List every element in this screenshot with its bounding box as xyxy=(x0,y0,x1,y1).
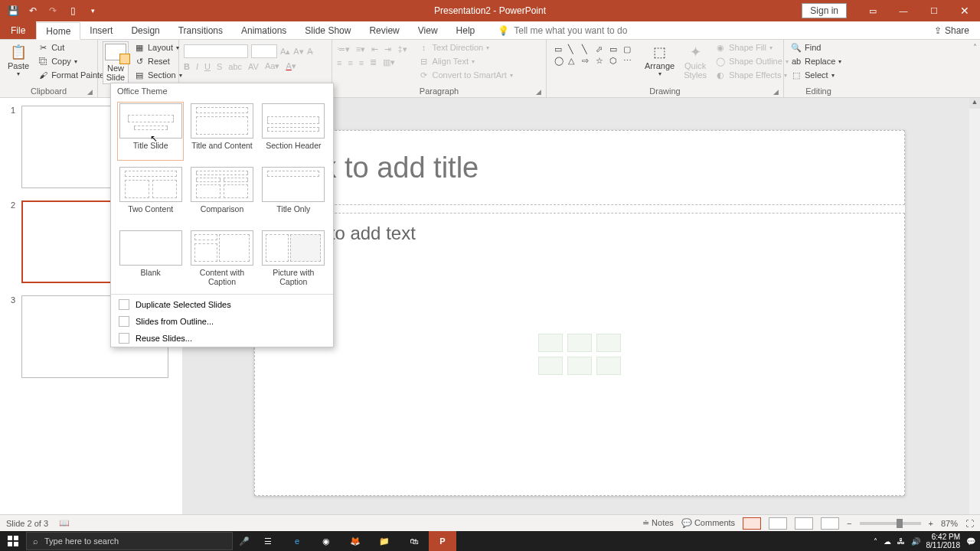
paste-button[interactable]: 📋 Paste ▾ xyxy=(5,41,32,79)
shape-outline-button[interactable]: ◯Shape Outline ▾ xyxy=(713,55,791,67)
sign-in-button[interactable]: Sign in xyxy=(802,3,847,18)
tab-file[interactable]: File xyxy=(0,21,36,39)
layout-picture-caption[interactable]: Picture with Caption xyxy=(260,229,327,288)
undo-icon[interactable]: ↶ xyxy=(28,5,38,16)
underline-button[interactable]: U xyxy=(204,62,211,71)
layout-blank[interactable]: Blank xyxy=(117,229,184,288)
layout-title-slide[interactable]: Title Slide xyxy=(117,102,184,161)
title-placeholder[interactable]: Click to add title xyxy=(254,130,905,205)
decrease-font-icon[interactable]: A▾ xyxy=(293,47,303,57)
insert-chart-icon[interactable] xyxy=(567,334,592,352)
text-direction-button[interactable]: ↕Text Direction ▾ xyxy=(416,41,515,54)
clear-formatting-icon[interactable]: A̶ xyxy=(307,47,313,57)
increase-font-icon[interactable]: A▴ xyxy=(280,47,290,57)
shape-gallery[interactable]: ▭╲╲⬀▭▢ ◯△⇨☆⬡⋯ xyxy=(551,41,639,69)
shape-fill-button[interactable]: ◉Shape Fill ▾ xyxy=(713,41,791,54)
taskbar-clock[interactable]: 6:42 PM 8/11/2018 xyxy=(926,533,961,549)
slide-sorter-view-button[interactable] xyxy=(769,517,787,530)
reuse-slides-button[interactable]: Reuse Slides... xyxy=(111,330,333,347)
volume-icon[interactable]: 🔊 xyxy=(911,537,920,546)
file-explorer-icon[interactable]: 📁 xyxy=(371,531,398,551)
bold-button[interactable]: B xyxy=(184,62,190,71)
edge-icon[interactable]: e xyxy=(283,531,311,551)
close-button[interactable]: ✕ xyxy=(949,0,980,21)
font-name-input[interactable] xyxy=(184,44,248,58)
layout-two-content[interactable]: Two Content xyxy=(117,165,184,224)
zoom-in-button[interactable]: + xyxy=(929,519,933,528)
zoom-out-button[interactable]: − xyxy=(847,519,851,528)
redo-icon[interactable]: ↷ xyxy=(47,5,58,16)
slideshow-view-button[interactable] xyxy=(821,517,839,530)
align-left-icon[interactable]: ≡ xyxy=(337,58,341,67)
share-button[interactable]: ⇪ Share xyxy=(934,21,980,39)
normal-view-button[interactable] xyxy=(743,517,761,530)
insert-table-icon[interactable] xyxy=(538,334,563,352)
replace-button[interactable]: abReplace ▾ xyxy=(789,55,844,67)
layout-button[interactable]: ▦Layout ▾ xyxy=(132,41,185,54)
powerpoint-icon[interactable]: P xyxy=(429,531,456,551)
tab-home[interactable]: Home xyxy=(36,22,80,40)
dialog-launcher-icon[interactable]: ◢ xyxy=(536,88,541,96)
justify-icon[interactable]: ≣ xyxy=(370,57,377,67)
tell-me[interactable]: 💡 Tell me what you want to do xyxy=(498,21,627,39)
insert-picture-icon[interactable] xyxy=(538,357,563,375)
insert-online-picture-icon[interactable] xyxy=(567,357,592,375)
duplicate-slides-button[interactable]: Duplicate Selected Slides xyxy=(111,296,333,313)
character-spacing-icon[interactable]: AV xyxy=(248,62,259,71)
line-spacing-icon[interactable]: ‡▾ xyxy=(397,44,407,54)
convert-smartart-button[interactable]: ⟳Convert to SmartArt ▾ xyxy=(416,69,515,81)
dialog-launcher-icon[interactable]: ◢ xyxy=(773,88,779,96)
vertical-scrollbar[interactable]: ▲ ▼ xyxy=(969,98,980,531)
chrome-icon[interactable]: ◉ xyxy=(312,531,340,551)
cortana-mic-icon[interactable]: 🎤 xyxy=(239,536,250,546)
change-case-icon[interactable]: Aa▾ xyxy=(265,61,279,71)
layout-comparison[interactable]: Comparison xyxy=(188,165,255,224)
qat-customize-icon[interactable]: ▾ xyxy=(87,5,98,16)
find-button[interactable]: 🔍Find xyxy=(789,41,844,54)
insert-smartart-icon[interactable] xyxy=(596,334,621,352)
layout-section-header[interactable]: Section Header xyxy=(260,102,327,161)
section-button[interactable]: ▤Section ▾ xyxy=(132,69,185,81)
minimize-button[interactable]: — xyxy=(888,0,919,21)
scroll-up-icon[interactable]: ▲ xyxy=(969,98,980,109)
italic-button[interactable]: I xyxy=(196,62,198,71)
reset-button[interactable]: ↺Reset xyxy=(132,55,185,67)
numbering-icon[interactable]: ≡▾ xyxy=(356,44,365,54)
tab-transitions[interactable]: Transitions xyxy=(169,21,232,39)
tab-help[interactable]: Help xyxy=(447,21,485,39)
insert-video-icon[interactable] xyxy=(596,357,621,375)
zoom-slider[interactable] xyxy=(860,522,921,525)
tray-overflow-icon[interactable]: ˄ xyxy=(874,537,877,546)
onedrive-icon[interactable]: ☁ xyxy=(884,537,891,546)
tab-view[interactable]: View xyxy=(409,21,447,39)
save-icon[interactable]: 💾 xyxy=(8,5,18,16)
bullets-icon[interactable]: ≔▾ xyxy=(337,44,350,54)
align-center-icon[interactable]: ≡ xyxy=(348,58,352,67)
columns-icon[interactable]: ▥▾ xyxy=(383,57,395,67)
tab-design[interactable]: Design xyxy=(122,21,168,39)
tab-slideshow[interactable]: Slide Show xyxy=(296,21,360,39)
new-slide-button[interactable]: New Slide xyxy=(103,41,129,84)
task-view-icon[interactable]: ☰ xyxy=(254,531,282,551)
content-placeholder[interactable]: • Click to add text xyxy=(254,213,905,496)
layout-title-content[interactable]: Title and Content xyxy=(188,102,255,161)
tab-insert[interactable]: Insert xyxy=(80,21,122,39)
dialog-launcher-icon[interactable]: ◢ xyxy=(87,88,93,96)
tab-animations[interactable]: Animations xyxy=(232,21,296,39)
ribbon-display-options-icon[interactable]: ▭ xyxy=(858,0,888,21)
network-icon[interactable]: 🖧 xyxy=(897,537,905,546)
font-size-input[interactable] xyxy=(251,44,277,58)
zoom-level[interactable]: 87% xyxy=(941,519,958,528)
reading-view-button[interactable] xyxy=(795,517,813,530)
action-center-icon[interactable]: 💬 xyxy=(966,537,975,546)
shape-effects-button[interactable]: ◐Shape Effects ▾ xyxy=(713,69,791,81)
tab-review[interactable]: Review xyxy=(360,21,408,39)
layout-title-only[interactable]: Title Only xyxy=(260,165,327,224)
start-from-beginning-icon[interactable]: ▯ xyxy=(67,5,78,16)
increase-indent-icon[interactable]: ⇥ xyxy=(384,44,391,54)
select-button[interactable]: ⬚Select ▾ xyxy=(789,69,844,81)
firefox-icon[interactable]: 🦊 xyxy=(341,531,369,551)
comments-button[interactable]: 💬 Comments xyxy=(681,518,735,528)
decrease-indent-icon[interactable]: ⇤ xyxy=(371,44,378,54)
layout-content-caption[interactable]: Content with Caption xyxy=(188,229,255,288)
